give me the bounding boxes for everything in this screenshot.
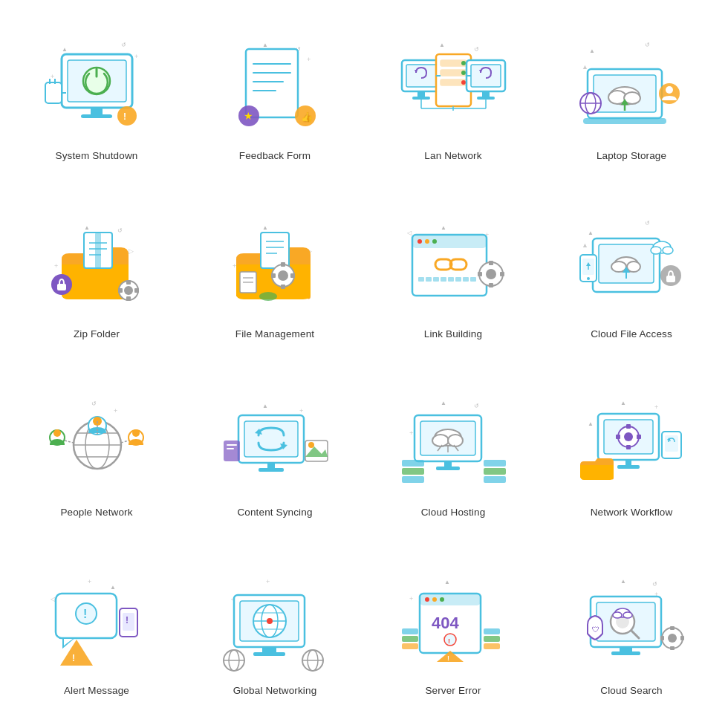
svg-text:▲: ▲ xyxy=(588,230,594,236)
svg-text:+: + xyxy=(299,407,303,415)
svg-text:!: ! xyxy=(448,637,450,645)
svg-rect-281 xyxy=(670,646,675,650)
svg-text:↺: ↺ xyxy=(645,220,650,227)
svg-rect-192 xyxy=(436,467,460,470)
laptop-storage-icon: ▲ ↺ ▲ xyxy=(572,34,691,146)
svg-rect-100 xyxy=(281,285,285,289)
svg-text:▲: ▲ xyxy=(262,403,268,409)
svg-rect-34 xyxy=(412,97,430,100)
svg-text:!: ! xyxy=(447,654,449,662)
svg-rect-83 xyxy=(126,296,131,301)
svg-rect-259 xyxy=(484,628,500,634)
icon-cell-network-workflow: ▲ + ▲ xyxy=(542,364,721,542)
svg-point-205 xyxy=(624,432,633,441)
svg-point-92 xyxy=(259,292,277,301)
svg-text:↺: ↺ xyxy=(121,42,126,48)
svg-rect-175 xyxy=(227,444,237,446)
cloud-search-icon: ▲ ↺ + 🛡 xyxy=(572,569,691,680)
svg-text:!: ! xyxy=(126,615,129,625)
cloud-hosting-icon: ▲ ↺ + xyxy=(394,391,513,502)
svg-rect-63 xyxy=(583,118,666,124)
svg-rect-116 xyxy=(433,277,439,282)
svg-point-40 xyxy=(461,71,466,75)
svg-rect-194 xyxy=(402,468,424,475)
svg-point-186 xyxy=(432,435,449,446)
svg-rect-45 xyxy=(482,91,490,97)
svg-rect-276 xyxy=(611,651,640,655)
svg-text:▲: ▲ xyxy=(589,48,595,54)
laptop-storage-label: Laptop Storage xyxy=(597,150,666,161)
svg-text:▲: ▲ xyxy=(84,224,90,231)
svg-rect-191 xyxy=(444,461,452,467)
icon-cell-file-management: ▲ + ▷ xyxy=(186,186,364,364)
svg-point-146 xyxy=(651,247,661,254)
svg-text:404: 404 xyxy=(432,614,459,632)
server-error-icon: ▲ + 404 ! xyxy=(394,569,513,680)
svg-text:★: ★ xyxy=(244,110,253,122)
feedback-form-label: Feedback Form xyxy=(239,150,311,161)
svg-text:🛡: 🛡 xyxy=(592,625,599,634)
network-workflow-icon: ▲ + ▲ xyxy=(572,391,691,502)
svg-rect-125 xyxy=(489,283,493,287)
svg-point-187 xyxy=(448,435,463,446)
svg-text:▲: ▲ xyxy=(441,224,446,231)
svg-text:▲: ▲ xyxy=(582,241,588,249)
svg-text:+: + xyxy=(307,56,311,63)
svg-rect-119 xyxy=(455,277,461,282)
svg-rect-8 xyxy=(81,114,112,118)
svg-rect-195 xyxy=(402,476,424,483)
icon-cell-server-error: ▲ + 404 ! xyxy=(364,542,542,721)
svg-text:!: ! xyxy=(72,653,75,663)
svg-text:+: + xyxy=(233,262,236,270)
link-building-icon: ◁ ▲ + xyxy=(394,212,513,324)
svg-text:+: + xyxy=(114,407,117,415)
svg-text:↺: ↺ xyxy=(645,42,650,48)
svg-point-98 xyxy=(278,270,288,281)
svg-text:👍: 👍 xyxy=(301,111,313,123)
svg-rect-101 xyxy=(271,273,276,278)
svg-rect-174 xyxy=(224,441,240,461)
icon-cell-feedback-form: ▲ ↺ + ★ 👍 Feedback Form xyxy=(186,7,364,186)
svg-point-68 xyxy=(666,86,673,94)
svg-rect-176 xyxy=(227,448,234,449)
people-network-icon: ↺ + + ▷ xyxy=(37,391,156,502)
svg-rect-9 xyxy=(45,82,62,103)
icon-cell-cloud-search: ▲ ↺ + 🛡 xyxy=(542,542,721,721)
icon-cell-system-shutdown: ▲ ↺ + + xyxy=(7,7,186,186)
svg-text:+: + xyxy=(654,403,658,411)
svg-text:+: + xyxy=(88,578,91,585)
system-shutdown-label: System Shutdown xyxy=(56,150,138,161)
svg-point-250 xyxy=(425,597,429,602)
svg-point-41 xyxy=(461,80,466,85)
system-shutdown-icon: ▲ ↺ + + xyxy=(37,34,156,146)
svg-text:▷: ▷ xyxy=(129,247,134,255)
svg-text:+: + xyxy=(409,595,413,602)
svg-text:▲: ▲ xyxy=(582,63,588,71)
svg-rect-282 xyxy=(660,636,664,640)
svg-rect-84 xyxy=(118,288,123,293)
svg-point-158 xyxy=(53,429,61,437)
svg-rect-260 xyxy=(484,636,500,642)
svg-text:↺: ↺ xyxy=(652,581,657,588)
zip-folder-icon: ▲ ↺ + ▷ xyxy=(37,212,156,324)
people-network-label: People Network xyxy=(60,507,132,518)
cloud-search-label: Cloud Search xyxy=(600,685,662,696)
svg-text:↺: ↺ xyxy=(474,46,479,53)
svg-text:▲: ▲ xyxy=(262,224,268,231)
svg-rect-206 xyxy=(626,424,631,429)
svg-rect-209 xyxy=(637,435,641,439)
svg-text:+: + xyxy=(266,578,270,585)
svg-rect-144 xyxy=(666,276,675,282)
svg-point-123 xyxy=(486,269,496,279)
svg-line-164 xyxy=(121,441,129,443)
svg-rect-197 xyxy=(484,468,506,475)
svg-point-13 xyxy=(117,106,137,126)
svg-text:▲: ▲ xyxy=(620,578,626,585)
svg-rect-173 xyxy=(259,468,284,472)
svg-text:+: + xyxy=(54,262,58,270)
svg-text:▲: ▲ xyxy=(262,42,268,48)
svg-point-252 xyxy=(440,597,444,602)
icon-cell-zip-folder: ▲ ↺ + ▷ xyxy=(7,186,186,364)
zip-folder-label: Zip Folder xyxy=(74,328,120,339)
svg-point-109 xyxy=(425,239,429,244)
